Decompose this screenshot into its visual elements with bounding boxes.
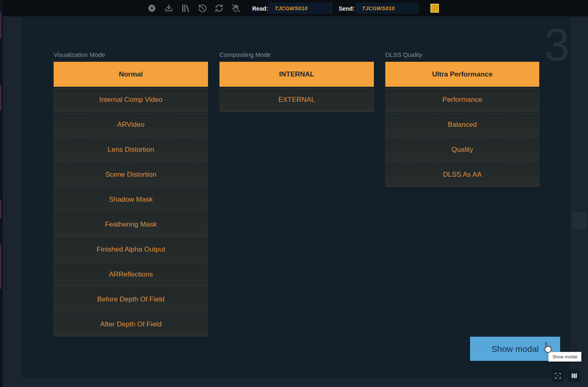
toolbar-icon-group [147, 0, 241, 16]
dlss-button-dlss-as-aa[interactable]: DLSS As AA [385, 163, 539, 187]
panel-watermark-number: 3 [532, 22, 581, 68]
viz-button-before-depth-of-field[interactable]: Before Depth Of Field [54, 288, 208, 311]
compositing-mode-group: Compositing Mode INTERNAL EXTERNAL [219, 51, 374, 113]
mouse-cursor-pointer-icon [542, 342, 552, 354]
viz-button-arvideo[interactable]: ARVideo [54, 113, 208, 137]
visualization-mode-header: Visualization Mode [54, 51, 208, 58]
dlss-button-ultra-performance[interactable]: Ultra Performance [385, 62, 539, 87]
read-input[interactable]: TJCGWS010 [269, 3, 332, 14]
map-icon [570, 372, 578, 380]
viz-button-internal-comp-video[interactable]: Internal Comp Video [54, 88, 208, 112]
right-edge-patch [572, 212, 587, 230]
status-indicator-square [430, 4, 439, 13]
viz-button-arreflections[interactable]: ARReflections [54, 263, 208, 286]
viz-button-scene-distortion[interactable]: Scene Distortion [54, 163, 208, 187]
send-input[interactable]: TJCGWS010 [356, 3, 418, 14]
assist-hand-icon[interactable] [231, 3, 241, 14]
edge-artifact [0, 85, 1, 110]
send-label: Send: [339, 5, 355, 12]
fit-screen-button[interactable] [552, 369, 564, 382]
edge-artifact [0, 245, 1, 289]
refresh-icon[interactable] [214, 3, 224, 14]
viz-button-normal[interactable]: Normal [54, 62, 208, 87]
compositing-button-internal[interactable]: INTERNAL [219, 62, 374, 87]
screen-edge-strip [0, 0, 3, 387]
library-icon[interactable] [180, 3, 191, 14]
visualization-mode-group: Visualization Mode Normal Internal Comp … [54, 51, 208, 338]
download-icon[interactable] [163, 3, 174, 14]
compositing-mode-header: Compositing Mode [219, 51, 374, 58]
viz-button-shadow-mask[interactable]: Shadow Mask [54, 188, 208, 212]
compositing-button-external[interactable]: EXTERNAL [219, 88, 374, 112]
settings-icon[interactable] [147, 3, 157, 14]
edge-artifact [0, 11, 1, 38]
fit-screen-icon [554, 372, 562, 380]
viz-button-after-depth-of-field[interactable]: After Depth Of Field [54, 313, 208, 336]
dlss-button-balanced[interactable]: Balanced [385, 113, 539, 137]
map-button[interactable] [568, 369, 580, 382]
control-panel: 3 Visualization Mode Normal Internal Com… [21, 16, 571, 378]
viz-button-feathering-mask[interactable]: Feathering Mask [54, 213, 208, 236]
dlss-quality-group: DLSS Quality Ultra Performance Performan… [385, 51, 539, 188]
toolbar: Read: TJCGWS010 Send: TJCGWS010 [0, 0, 588, 16]
dlss-button-quality[interactable]: Quality [385, 138, 539, 162]
read-label: Read: [252, 5, 268, 12]
dlss-quality-header: DLSS Quality [385, 51, 539, 58]
viz-button-lens-distortion[interactable]: Lens Distortion [54, 138, 208, 162]
show-modal-tooltip: Show modal [548, 352, 581, 362]
viz-button-finished-alpha-output[interactable]: Finished Alpha Output [54, 238, 208, 261]
edge-artifact [0, 200, 1, 218]
history-icon[interactable] [197, 3, 208, 14]
dlss-button-performance[interactable]: Performance [385, 88, 539, 112]
